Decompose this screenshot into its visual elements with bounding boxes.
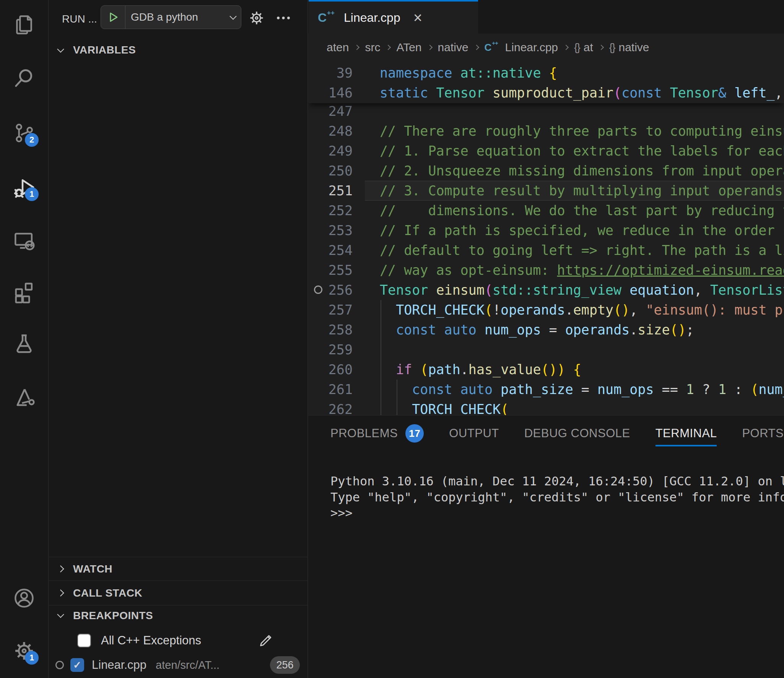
panel-tab-terminal[interactable]: TERMINAL — [656, 427, 717, 440]
explorer-icon[interactable] — [12, 13, 36, 37]
line-number: 248 — [308, 121, 353, 141]
code-line-247[interactable]: 247 — [308, 101, 784, 121]
chevron-right-icon — [427, 45, 432, 50]
code-line-256[interactable]: 256Tensor einsum(std::string_view equati… — [308, 280, 784, 300]
breadcrumb-label: src — [365, 41, 380, 54]
code-line-253[interactable]: 253// If a path is specified, we reduce … — [308, 221, 784, 240]
breadcrumb-item-aten[interactable]: aten — [327, 41, 349, 54]
panel-tab-debug-console[interactable]: DEBUG CONSOLE — [524, 427, 630, 440]
chevron-right-icon — [57, 565, 64, 572]
breadcrumb-item-linear-cpp[interactable]: C++Linear.cpp — [485, 41, 558, 54]
code-line-254[interactable]: 254// default to going left => right. Th… — [308, 240, 784, 260]
line-number: 261 — [308, 380, 353, 399]
line-number: 249 — [308, 141, 353, 161]
breadcrumb-item-native[interactable]: native — [438, 41, 468, 54]
breakpoints-section-header[interactable]: BREAKPOINTS — [49, 605, 307, 626]
braces-symbol-icon: {} — [609, 41, 615, 54]
code-line-251[interactable]: 251// 3. Compute result by multiplying i… — [308, 181, 784, 201]
code-text: // dimensions. We do the last part by re… — [380, 201, 784, 221]
line-number: 250 — [308, 161, 353, 181]
remote-explorer-icon[interactable] — [12, 229, 36, 253]
breakpoint-label: All C++ Exceptions — [101, 634, 201, 647]
code-line-257[interactable]: 257 TORCH_CHECK(!operands.empty(), "eins… — [308, 300, 784, 320]
breadcrumb-label: aten — [327, 41, 349, 54]
chevron-right-icon — [385, 45, 391, 50]
more-actions-icon[interactable] — [275, 9, 292, 27]
problems-count-badge: 17 — [405, 424, 424, 443]
cpp-file-icon: C++ — [485, 42, 501, 54]
code-line-249[interactable]: 249// 1. Parse equation to extract the l… — [308, 141, 784, 161]
line-number: 39 — [308, 63, 353, 83]
code-line-261[interactable]: 261 const auto path_size = num_ops == 1 … — [308, 380, 784, 399]
chevron-down-icon — [57, 45, 64, 52]
terminal-output[interactable]: Python 3.10.16 (main, Dec 11 2024, 16:24… — [330, 474, 784, 521]
code-line-146[interactable]: 146static Tensor sumproduct_pair(const T… — [308, 83, 784, 103]
close-icon[interactable]: × — [413, 10, 422, 25]
breadcrumb-label: ATen — [396, 41, 421, 54]
code-text: // If a path is specified, we reduce in … — [380, 221, 784, 240]
run-and-debug-icon[interactable]: 1 — [12, 175, 36, 200]
line-number: 247 — [308, 101, 353, 121]
debug-launch-control: GDB a python — [101, 5, 241, 29]
code-text: // way as opt-einsum: https://optimized-… — [380, 260, 784, 280]
panel-tab-label: TERMINAL — [656, 427, 717, 440]
code-area[interactable]: 247248// There are roughly three parts t… — [308, 61, 784, 415]
breakpoints-section-label: BREAKPOINTS — [73, 610, 153, 622]
panel-tab-label: OUTPUT — [449, 427, 499, 440]
code-line-252[interactable]: 252// dimensions. We do the last part by… — [308, 201, 784, 221]
code-text: Tensor einsum(std::string_view equation,… — [380, 280, 784, 300]
edit-condition-pencil-icon[interactable] — [257, 632, 275, 649]
start-debugging-button[interactable] — [101, 6, 125, 29]
code-text: namespace at::native { — [380, 63, 557, 83]
source-control-icon[interactable]: 2 — [12, 121, 36, 145]
bottom-panel: PROBLEMS17OUTPUTDEBUG CONSOLETERMINALPOR… — [308, 415, 784, 678]
chevron-right-icon — [474, 45, 479, 50]
tab-linear-cpp[interactable]: C++ Linear.cpp × — [309, 0, 478, 34]
checkbox-unchecked[interactable] — [77, 634, 91, 647]
testing-icon[interactable] — [12, 332, 36, 356]
breadcrumb-item-at[interactable]: {}at — [574, 41, 593, 54]
line-number: 252 — [308, 201, 353, 221]
code-text: // There are roughly three parts to comp… — [380, 121, 784, 141]
debug-config-select[interactable]: GDB a python — [125, 11, 230, 23]
panel-tab-problems[interactable]: PROBLEMS17 — [330, 424, 424, 443]
breakpoint-row-all-cpp-exceptions[interactable]: All C++ Exceptions — [49, 629, 307, 652]
code-line-39[interactable]: 39namespace at::native { — [308, 63, 784, 83]
checkbox-checked[interactable] — [70, 658, 84, 672]
breadcrumb-item-aten[interactable]: ATen — [396, 41, 421, 54]
line-number: 258 — [308, 320, 353, 340]
chevron-down-icon — [229, 13, 236, 19]
breadcrumb-item-src[interactable]: src — [365, 41, 380, 54]
code-line-259[interactable]: 259 — [308, 340, 784, 360]
chevron-right-icon — [354, 45, 359, 50]
panel-tab-output[interactable]: OUTPUT — [449, 427, 499, 440]
variables-section-header[interactable]: VARIABLES — [49, 39, 307, 61]
editor-group: C++ Linear.cpp × atensrcATennativeC++Lin… — [308, 0, 784, 415]
code-line-248[interactable]: 248// There are roughly three parts to c… — [308, 121, 784, 141]
breakpoint-row-linear-cpp[interactable]: Linear.cpp aten/src/AT... 256 — [49, 654, 307, 676]
code-line-250[interactable]: 250// 2. Unsqueeze missing dimensions fr… — [308, 161, 784, 181]
panel-tab-ports[interactable]: PORTS — [742, 427, 784, 440]
code-line-262[interactable]: 262 TORCH_CHECK( — [308, 399, 784, 415]
call-stack-section-header[interactable]: CALL STACK — [49, 581, 307, 605]
breadcrumb-item-native[interactable]: {}native — [609, 41, 649, 54]
breakpoint-file-label: Linear.cpp — [92, 658, 146, 672]
panel-tab-label: PORTS — [742, 427, 784, 440]
extensions-icon[interactable] — [12, 279, 36, 303]
panel-tab-bar: PROBLEMS17OUTPUTDEBUG CONSOLETERMINALPOR… — [308, 421, 784, 446]
build-tools-icon[interactable] — [12, 385, 36, 410]
code-line-258[interactable]: 258 const auto num_ops = operands.size()… — [308, 320, 784, 340]
watch-section-header[interactable]: WATCH — [49, 557, 307, 581]
line-number: 257 — [308, 300, 353, 320]
code-text: TORCH_CHECK( — [380, 399, 509, 415]
code-line-260[interactable]: 260 if (path.has_value()) { — [308, 360, 784, 380]
settings-gear-icon[interactable]: 1 — [12, 639, 36, 663]
search-icon[interactable] — [12, 66, 36, 91]
account-icon[interactable] — [12, 586, 36, 610]
debug-settings-gear-icon[interactable] — [248, 9, 265, 27]
vscode-window: 2 1 — [0, 0, 784, 678]
editor-tab-strip: C++ Linear.cpp × — [308, 0, 784, 34]
line-number: 253 — [308, 221, 353, 240]
code-line-255[interactable]: 255// way as opt-einsum: https://optimiz… — [308, 260, 784, 280]
sticky-scroll[interactable]: 39namespace at::native {146static Tensor… — [308, 61, 784, 103]
